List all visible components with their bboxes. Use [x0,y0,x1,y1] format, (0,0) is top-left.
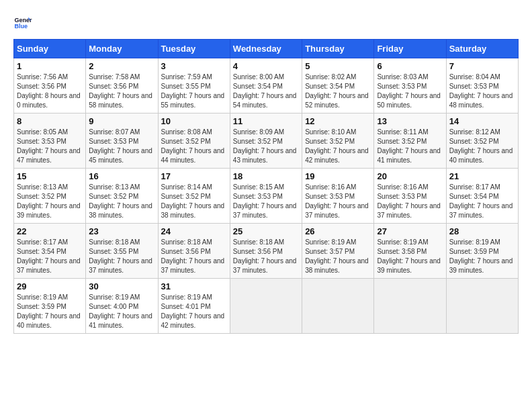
day-info: Sunrise: 8:19 AM Sunset: 3:57 PM Dayligh… [305,238,371,275]
day-info: Sunrise: 7:56 AM Sunset: 3:56 PM Dayligh… [17,73,83,110]
calendar-header-tuesday: Tuesday [158,40,230,58]
calendar-cell: 12 Sunrise: 8:10 AM Sunset: 3:52 PM Dayl… [302,113,374,169]
calendar-cell: 26 Sunrise: 8:19 AM Sunset: 3:57 PM Dayl… [302,224,374,279]
day-number: 20 [377,171,443,181]
day-number: 26 [305,226,371,236]
day-info: Sunrise: 8:19 AM Sunset: 3:59 PM Dayligh… [17,293,83,330]
calendar-table: SundayMondayTuesdayWednesdayThursdayFrid… [13,39,519,334]
day-info: Sunrise: 8:19 AM Sunset: 3:58 PM Dayligh… [377,238,443,275]
calendar-cell: 7 Sunrise: 8:04 AM Sunset: 3:53 PM Dayli… [446,58,518,113]
day-number: 9 [89,116,154,126]
calendar-week-5: 29 Sunrise: 8:19 AM Sunset: 3:59 PM Dayl… [14,279,519,334]
day-number: 14 [449,116,515,126]
day-number: 10 [161,116,227,126]
day-info: Sunrise: 8:04 AM Sunset: 3:53 PM Dayligh… [449,73,515,110]
day-info: Sunrise: 8:18 AM Sunset: 3:56 PM Dayligh… [233,238,299,275]
day-number: 18 [233,171,299,181]
calendar-cell [446,279,518,334]
day-info: Sunrise: 8:17 AM Sunset: 3:54 PM Dayligh… [17,238,83,275]
day-number: 25 [233,226,299,236]
calendar-cell: 5 Sunrise: 8:02 AM Sunset: 3:54 PM Dayli… [302,58,374,113]
day-number: 22 [17,226,83,236]
day-info: Sunrise: 8:19 AM Sunset: 3:59 PM Dayligh… [449,238,515,275]
calendar-cell: 31 Sunrise: 8:19 AM Sunset: 4:01 PM Dayl… [158,279,230,334]
day-info: Sunrise: 8:12 AM Sunset: 3:52 PM Dayligh… [449,128,515,165]
calendar-header-saturday: Saturday [446,40,518,58]
svg-text:Blue: Blue [14,23,28,30]
calendar-cell: 29 Sunrise: 8:19 AM Sunset: 3:59 PM Dayl… [14,279,86,334]
day-info: Sunrise: 8:19 AM Sunset: 4:00 PM Dayligh… [89,293,154,330]
day-info: Sunrise: 8:11 AM Sunset: 3:52 PM Dayligh… [377,128,443,165]
day-number: 8 [17,116,83,126]
calendar-cell: 19 Sunrise: 8:16 AM Sunset: 3:53 PM Dayl… [302,169,374,224]
calendar-cell: 20 Sunrise: 8:16 AM Sunset: 3:53 PM Dayl… [374,169,446,224]
calendar-header-wednesday: Wednesday [230,40,302,58]
day-number: 4 [233,61,299,71]
day-info: Sunrise: 8:03 AM Sunset: 3:53 PM Dayligh… [377,73,443,110]
day-number: 3 [161,61,227,71]
calendar-cell: 11 Sunrise: 8:09 AM Sunset: 3:52 PM Dayl… [230,113,302,169]
calendar-cell: 10 Sunrise: 8:08 AM Sunset: 3:52 PM Dayl… [158,113,230,169]
calendar-header-friday: Friday [374,40,446,58]
calendar-cell: 27 Sunrise: 8:19 AM Sunset: 3:58 PM Dayl… [374,224,446,279]
day-number: 11 [233,116,299,126]
calendar-cell: 18 Sunrise: 8:15 AM Sunset: 3:53 PM Dayl… [230,169,302,224]
day-info: Sunrise: 8:10 AM Sunset: 3:52 PM Dayligh… [305,128,371,165]
logo-icon: General Blue [13,13,32,32]
calendar-cell: 22 Sunrise: 8:17 AM Sunset: 3:54 PM Dayl… [14,224,86,279]
calendar-cell: 13 Sunrise: 8:11 AM Sunset: 3:52 PM Dayl… [374,113,446,169]
calendar-cell: 9 Sunrise: 8:07 AM Sunset: 3:53 PM Dayli… [86,113,158,169]
day-number: 21 [449,171,515,181]
calendar-week-4: 22 Sunrise: 8:17 AM Sunset: 3:54 PM Dayl… [14,224,519,279]
calendar-header-thursday: Thursday [302,40,374,58]
day-number: 7 [449,61,515,71]
day-info: Sunrise: 8:16 AM Sunset: 3:53 PM Dayligh… [305,183,371,220]
day-number: 28 [449,226,515,236]
calendar-cell: 24 Sunrise: 8:18 AM Sunset: 3:56 PM Dayl… [158,224,230,279]
day-number: 16 [89,171,154,181]
day-info: Sunrise: 7:59 AM Sunset: 3:55 PM Dayligh… [161,73,227,110]
day-number: 17 [161,171,227,181]
calendar-week-3: 15 Sunrise: 8:13 AM Sunset: 3:52 PM Dayl… [14,169,519,224]
day-number: 27 [377,226,443,236]
day-info: Sunrise: 8:13 AM Sunset: 3:52 PM Dayligh… [89,183,154,220]
calendar-cell: 16 Sunrise: 8:13 AM Sunset: 3:52 PM Dayl… [86,169,158,224]
day-number: 31 [161,281,227,291]
calendar-cell: 6 Sunrise: 8:03 AM Sunset: 3:53 PM Dayli… [374,58,446,113]
day-info: Sunrise: 8:13 AM Sunset: 3:52 PM Dayligh… [17,183,83,220]
calendar-cell [230,279,302,334]
day-number: 5 [305,61,371,71]
day-number: 12 [305,116,371,126]
day-number: 24 [161,226,227,236]
calendar-cell: 23 Sunrise: 8:18 AM Sunset: 3:55 PM Dayl… [86,224,158,279]
day-info: Sunrise: 8:16 AM Sunset: 3:53 PM Dayligh… [377,183,443,220]
day-info: Sunrise: 8:18 AM Sunset: 3:55 PM Dayligh… [89,238,154,275]
day-number: 30 [89,281,154,291]
day-number: 6 [377,61,443,71]
calendar-cell: 3 Sunrise: 7:59 AM Sunset: 3:55 PM Dayli… [158,58,230,113]
day-info: Sunrise: 8:05 AM Sunset: 3:53 PM Dayligh… [17,128,83,165]
calendar-cell: 15 Sunrise: 8:13 AM Sunset: 3:52 PM Dayl… [14,169,86,224]
calendar-cell [374,279,446,334]
day-info: Sunrise: 8:00 AM Sunset: 3:54 PM Dayligh… [233,73,299,110]
day-number: 15 [17,171,83,181]
calendar-week-1: 1 Sunrise: 7:56 AM Sunset: 3:56 PM Dayli… [14,58,519,113]
day-info: Sunrise: 8:17 AM Sunset: 3:54 PM Dayligh… [449,183,515,220]
day-number: 13 [377,116,443,126]
calendar-cell: 25 Sunrise: 8:18 AM Sunset: 3:56 PM Dayl… [230,224,302,279]
calendar-body: 1 Sunrise: 7:56 AM Sunset: 3:56 PM Dayli… [14,58,519,334]
calendar-cell: 2 Sunrise: 7:58 AM Sunset: 3:56 PM Dayli… [86,58,158,113]
day-number: 1 [17,61,83,71]
logo: General Blue [13,13,32,32]
day-info: Sunrise: 8:18 AM Sunset: 3:56 PM Dayligh… [161,238,227,275]
calendar-header-monday: Monday [86,40,158,58]
calendar-header-sunday: Sunday [14,40,86,58]
svg-text:General: General [14,17,32,24]
day-number: 19 [305,171,371,181]
calendar-cell: 4 Sunrise: 8:00 AM Sunset: 3:54 PM Dayli… [230,58,302,113]
day-info: Sunrise: 8:09 AM Sunset: 3:52 PM Dayligh… [233,128,299,165]
calendar-cell: 21 Sunrise: 8:17 AM Sunset: 3:54 PM Dayl… [446,169,518,224]
day-info: Sunrise: 8:07 AM Sunset: 3:53 PM Dayligh… [89,128,154,165]
day-info: Sunrise: 7:58 AM Sunset: 3:56 PM Dayligh… [89,73,154,110]
day-info: Sunrise: 8:08 AM Sunset: 3:52 PM Dayligh… [161,128,227,165]
